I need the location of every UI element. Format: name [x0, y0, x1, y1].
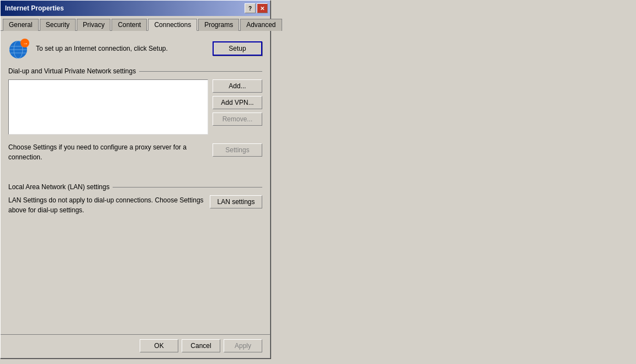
help-button[interactable]: ?	[245, 3, 256, 13]
ok-button[interactable]: OK	[140, 339, 178, 352]
lan-section: Local Area Network (LAN) settings LAN Se…	[8, 183, 262, 215]
tab-general[interactable]: General	[3, 19, 39, 31]
tab-security[interactable]: Security	[40, 19, 76, 31]
dialog-content: General Security Privacy Content Connect…	[1, 16, 270, 358]
tab-privacy[interactable]: Privacy	[77, 19, 110, 31]
tab-content[interactable]: Content	[112, 19, 147, 31]
title-bar-controls: ? ✕	[245, 3, 268, 13]
proxy-description: Choose Settings if you need to configure…	[8, 142, 208, 162]
dialup-section: Dial-up and Virtual Private Network sett…	[8, 67, 262, 135]
dialup-row: Add... Add VPN... Remove...	[8, 79, 262, 135]
title-bar: Internet Properties ? ✕	[1, 1, 270, 16]
remove-button[interactable]: Remove...	[213, 113, 262, 126]
close-button[interactable]: ✕	[257, 3, 268, 13]
cancel-button[interactable]: Cancel	[182, 339, 220, 352]
settings-button[interactable]: Settings	[213, 143, 262, 157]
window-title: Internet Properties	[5, 4, 64, 12]
dialup-section-label: Dial-up and Virtual Private Network sett…	[8, 67, 262, 75]
setup-button[interactable]: Setup	[213, 41, 262, 56]
lan-description: LAN Settings do not apply to dial-up con…	[8, 195, 204, 215]
lan-section-label: Local Area Network (LAN) settings	[8, 183, 262, 191]
apply-button[interactable]: Apply	[224, 339, 262, 352]
lan-settings-button[interactable]: LAN settings	[210, 195, 262, 208]
lan-row: LAN Settings do not apply to dial-up con…	[8, 195, 262, 215]
bottom-buttons: OK Cancel Apply	[1, 334, 270, 358]
tabs-bar: General Security Privacy Content Connect…	[1, 16, 270, 31]
tab-connections[interactable]: Connections	[148, 19, 197, 31]
add-button[interactable]: Add...	[213, 79, 262, 93]
proxy-settings-row: Choose Settings if you need to configure…	[8, 142, 262, 167]
connections-tab-content: → To set up an Internet connection, clic…	[1, 31, 270, 334]
dialup-list[interactable]	[8, 79, 208, 135]
dialup-buttons: Add... Add VPN... Remove...	[213, 79, 262, 126]
setup-description: To set up an Internet connection, click …	[36, 44, 207, 53]
tab-programs[interactable]: Programs	[198, 19, 239, 31]
internet-properties-dialog: Internet Properties ? ✕ General Security…	[0, 0, 271, 358]
svg-text:→: →	[23, 40, 28, 46]
tab-advanced[interactable]: Advanced	[240, 19, 282, 31]
setup-row: → To set up an Internet connection, clic…	[8, 38, 262, 60]
ie-icon: →	[8, 38, 30, 60]
add-vpn-button[interactable]: Add VPN...	[213, 96, 262, 109]
